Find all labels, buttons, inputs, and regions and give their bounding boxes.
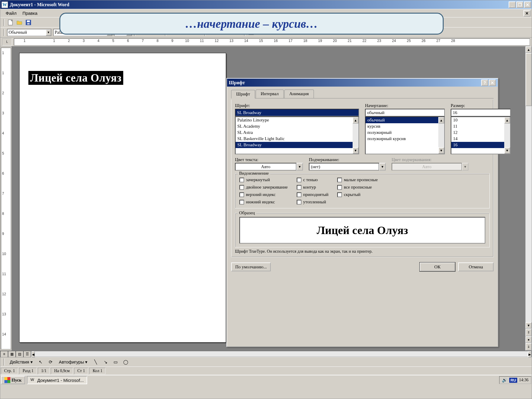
ruler-tick: 6 <box>121 39 135 43</box>
page[interactable]: Лицей села Олуяз <box>19 53 226 343</box>
effect-checkbox[interactable]: с тенью <box>297 177 329 182</box>
scroll-track[interactable] <box>35 351 528 357</box>
scroll-up-icon[interactable]: ▲ <box>504 117 510 124</box>
dialog-close-button[interactable]: ✕ <box>489 80 496 86</box>
font-list[interactable]: Palatino LinotypeSL AcademySL AstraSL Ba… <box>235 116 359 154</box>
tab-spacing[interactable]: Интервал <box>256 90 284 98</box>
browse-prev-icon[interactable]: ⇑ <box>525 329 532 336</box>
effect-checkbox[interactable]: зачеркнутый <box>239 177 288 182</box>
scroll-down-icon[interactable]: ▼ <box>504 147 510 154</box>
vertical-scrollbar[interactable]: ▲ ▼ ⇑ ● ⇓ <box>525 46 532 351</box>
menu-file[interactable]: Файл <box>3 10 20 17</box>
font-size-input[interactable] <box>451 109 511 116</box>
font-name-input[interactable] <box>235 109 359 116</box>
save-button[interactable] <box>24 19 33 26</box>
scroll-track[interactable] <box>525 53 532 322</box>
style-combo[interactable]: ▼ <box>7 29 51 36</box>
scroll-down-icon[interactable]: ▼ <box>438 147 444 154</box>
list-item[interactable]: Palatino Linotype <box>236 117 353 123</box>
browse-next-icon[interactable]: ⇓ <box>525 343 532 351</box>
start-button[interactable]: Пуск <box>1 376 25 384</box>
web-view-button[interactable]: ▦ <box>8 351 16 357</box>
new-doc-button[interactable] <box>7 19 15 26</box>
ruler-tick: 2 <box>61 39 76 43</box>
window-title: Документ1 - Microsoft Word <box>10 2 508 7</box>
text-color-combo[interactable]: Авто ▼ <box>235 163 303 171</box>
size-list[interactable]: 1011121416 ▲▼ <box>451 116 511 154</box>
effect-checkbox[interactable]: приподнятый <box>297 192 329 197</box>
arrow-tool-button[interactable]: ↘ <box>101 358 110 366</box>
taskbar-app-button[interactable]: WДокумент1 - Microsof... <box>27 376 87 384</box>
horizontal-scrollbar[interactable]: ◀ ▶ <box>31 351 532 357</box>
scroll-down-icon[interactable]: ▼ <box>353 147 359 154</box>
minimize-button[interactable]: _ <box>509 1 516 8</box>
language-indicator[interactable]: RU <box>509 378 517 383</box>
autoshapes-menu[interactable]: Автофигуры ▾ <box>56 359 90 365</box>
style-list[interactable]: обычныйкурсивполужирныйполужирный курсив… <box>365 116 445 154</box>
chevron-down-icon[interactable]: ▼ <box>379 163 386 171</box>
line-tool-button[interactable]: ╲ <box>91 358 100 366</box>
print-view-button[interactable]: ▤ <box>16 351 23 357</box>
browse-object-icon[interactable]: ● <box>525 336 532 343</box>
tab-animation[interactable]: Анимация <box>284 90 314 98</box>
dialog-help-button[interactable]: ? <box>481 80 488 86</box>
list-item[interactable]: SL Baskerville Light Italic <box>236 136 353 142</box>
outline-view-button[interactable]: ☰ <box>23 351 31 357</box>
scroll-up-icon[interactable]: ▲ <box>353 117 359 124</box>
checkbox-icon <box>337 192 342 197</box>
select-objects-button[interactable]: ↖ <box>37 358 45 366</box>
horizontal-ruler[interactable]: 1123456789101112131415161718192021222324… <box>14 38 530 46</box>
effect-checkbox[interactable]: нижний индекс <box>239 200 288 205</box>
scroll-left-icon[interactable]: ◀ <box>31 351 35 358</box>
effect-checkbox[interactable]: малые прописные <box>337 177 378 182</box>
cancel-button[interactable]: Отмена <box>458 262 494 271</box>
selected-text[interactable]: Лицей села Олуяз <box>28 71 123 85</box>
scroll-up-icon[interactable]: ▲ <box>438 117 444 124</box>
list-item[interactable]: SL Astra <box>236 129 353 136</box>
effect-checkbox[interactable]: утопленный <box>297 200 329 205</box>
menu-edit[interactable]: Правка <box>20 10 40 17</box>
open-button[interactable] <box>15 19 24 26</box>
list-item[interactable]: 11 <box>451 123 504 129</box>
default-button[interactable]: По умолчанию... <box>231 262 271 271</box>
oval-tool-button[interactable]: ◯ <box>121 358 130 366</box>
rectangle-tool-button[interactable]: ▭ <box>111 358 120 366</box>
list-item[interactable]: 10 <box>451 117 504 123</box>
effect-checkbox[interactable]: скрытый <box>337 192 378 197</box>
list-item[interactable]: 16 <box>451 142 504 148</box>
style-input[interactable] <box>7 30 46 35</box>
draw-actions-menu[interactable]: Действия ▾ <box>7 359 35 365</box>
chevron-down-icon[interactable]: ▼ <box>296 163 303 171</box>
close-button[interactable]: ✕ <box>524 1 531 8</box>
ok-button[interactable]: ОК <box>420 262 455 271</box>
ruler-tick: 18 <box>298 39 313 43</box>
scroll-thumb[interactable] <box>525 53 532 106</box>
list-item[interactable]: обычный <box>366 117 438 123</box>
list-item[interactable]: полужирный <box>366 129 438 136</box>
effect-checkbox[interactable]: двойное зачеркивание <box>239 185 288 190</box>
list-item[interactable]: 14 <box>451 136 504 142</box>
list-item[interactable]: SL Academy <box>236 123 353 129</box>
scroll-down-icon[interactable]: ▼ <box>525 322 532 329</box>
volume-icon[interactable]: 🔊 <box>502 377 507 383</box>
list-item[interactable]: 12 <box>451 129 504 136</box>
effect-checkbox[interactable]: все прописные <box>337 185 378 190</box>
vertical-ruler[interactable]: 11234567891011121314 <box>1 48 11 349</box>
status-at: На 0,9см <box>51 368 73 374</box>
underline-combo[interactable]: (нет) ▼ <box>309 163 386 171</box>
ruler-corner[interactable]: L <box>2 38 12 46</box>
doc-close-button[interactable]: ✕ <box>523 10 531 17</box>
normal-view-button[interactable]: ≡ <box>0 351 8 357</box>
list-item[interactable]: курсив <box>366 123 438 129</box>
maximize-button[interactable]: ❐ <box>516 1 523 8</box>
list-item[interactable]: SL Broadway <box>236 142 353 148</box>
scroll-up-icon[interactable]: ▲ <box>525 46 532 53</box>
effect-checkbox[interactable]: верхний индекс <box>239 192 288 197</box>
font-style-input[interactable] <box>365 109 445 116</box>
rotate-button[interactable]: ⟳ <box>47 358 55 366</box>
chevron-down-icon[interactable]: ▼ <box>46 29 51 36</box>
scroll-right-icon[interactable]: ▶ <box>528 351 531 358</box>
effect-checkbox[interactable]: контур <box>297 185 329 190</box>
list-item[interactable]: полужирный курсив <box>366 136 438 142</box>
tab-font[interactable]: Шрифт <box>231 90 255 98</box>
